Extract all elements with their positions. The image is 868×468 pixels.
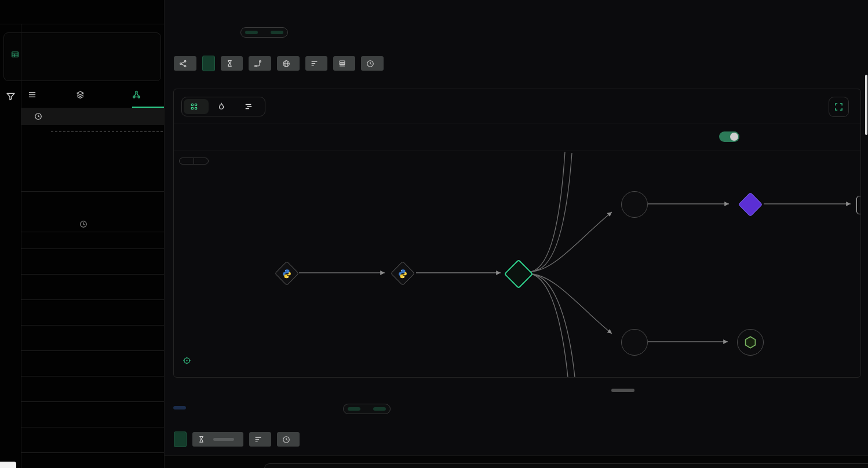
table-row[interactable] bbox=[21, 350, 164, 376]
clock-icon bbox=[366, 60, 374, 68]
main-content bbox=[165, 0, 868, 468]
table-row[interactable] bbox=[21, 401, 164, 427]
percentile-chip[interactable] bbox=[174, 432, 187, 447]
tab-logs[interactable] bbox=[28, 90, 41, 99]
legend-item[interactable] bbox=[23, 164, 33, 170]
graph-node-label[interactable] bbox=[237, 283, 335, 284]
view-card bbox=[3, 32, 161, 81]
table-row[interactable] bbox=[21, 452, 164, 468]
legend-swatch bbox=[155, 176, 162, 182]
status-badge bbox=[271, 31, 283, 34]
graph-node-label[interactable] bbox=[585, 353, 683, 354]
trace-meta-chips bbox=[174, 56, 384, 71]
route-icon bbox=[254, 60, 262, 68]
legend-swatch bbox=[23, 176, 30, 182]
graph-node-label[interactable] bbox=[585, 215, 683, 216]
duration-progress-chip[interactable] bbox=[192, 432, 243, 447]
span-summary-pill bbox=[240, 27, 288, 38]
hourglass-icon bbox=[226, 60, 234, 67]
clock-icon bbox=[282, 436, 290, 444]
percentile-chip[interactable] bbox=[202, 56, 215, 71]
legend-item[interactable] bbox=[126, 164, 136, 170]
duration-chart[interactable] bbox=[51, 128, 164, 145]
crosshair-icon bbox=[183, 356, 191, 365]
span-view-button[interactable] bbox=[180, 158, 194, 164]
clock-icon bbox=[79, 220, 87, 228]
graph-node-label[interactable] bbox=[701, 215, 799, 216]
scroll-notch bbox=[0, 462, 16, 468]
filter-icon[interactable] bbox=[6, 92, 16, 101]
graph-node-partial[interactable] bbox=[856, 196, 861, 214]
legend-swatch bbox=[23, 164, 30, 170]
table-icon bbox=[11, 50, 19, 58]
globe-icon bbox=[282, 60, 290, 68]
legend-item[interactable] bbox=[155, 176, 165, 182]
tracing-icon bbox=[132, 90, 141, 99]
graph-node-label[interactable] bbox=[701, 353, 799, 354]
root-chip[interactable] bbox=[174, 56, 196, 71]
table-row[interactable] bbox=[21, 325, 164, 351]
legend-swatch bbox=[90, 164, 96, 170]
trace-id-chip[interactable] bbox=[249, 56, 271, 71]
tab-tracing[interactable] bbox=[132, 90, 145, 99]
legend-item[interactable] bbox=[90, 176, 100, 182]
templates-icon bbox=[76, 90, 85, 99]
panel-resize-handle[interactable] bbox=[611, 389, 634, 392]
clock-icon bbox=[34, 112, 42, 120]
duration-progress-bar bbox=[213, 438, 234, 441]
sidebar-header bbox=[0, 0, 164, 24]
graph-node-label[interactable] bbox=[468, 285, 567, 286]
legend-item[interactable] bbox=[90, 164, 100, 170]
tab-templates[interactable] bbox=[76, 90, 89, 99]
python-icon bbox=[398, 269, 408, 279]
table-row[interactable] bbox=[21, 274, 164, 300]
status-badge bbox=[373, 407, 386, 411]
depth-chip[interactable] bbox=[333, 56, 355, 71]
divider bbox=[21, 191, 164, 192]
graph-node-label[interactable] bbox=[353, 283, 451, 284]
group-by-button[interactable] bbox=[183, 356, 196, 365]
scrollbar-thumb[interactable] bbox=[865, 75, 867, 135]
duration-chip[interactable] bbox=[221, 56, 243, 71]
table-row[interactable] bbox=[21, 299, 164, 326]
span-request-pill bbox=[343, 404, 391, 414]
graph-node-label[interactable] bbox=[809, 215, 861, 217]
share-icon bbox=[179, 60, 187, 68]
span-id-chip[interactable] bbox=[249, 432, 271, 447]
legend-swatch bbox=[90, 176, 96, 182]
spans-icon bbox=[254, 436, 262, 443]
graph-node-currencyservice[interactable] bbox=[737, 329, 764, 356]
bottom-panel-corner bbox=[264, 463, 868, 468]
sidebar-tabs bbox=[21, 86, 164, 108]
legend-swatch bbox=[126, 164, 132, 170]
table-row[interactable] bbox=[21, 228, 164, 249]
table-row[interactable] bbox=[21, 376, 164, 402]
services-chip[interactable] bbox=[277, 56, 300, 71]
timestamp-chip[interactable] bbox=[277, 432, 300, 447]
spans-chip[interactable] bbox=[305, 56, 327, 71]
graph-node-currency-frontend[interactable] bbox=[621, 329, 648, 356]
legend-item[interactable] bbox=[23, 176, 33, 182]
timestamp-chip[interactable] bbox=[361, 56, 384, 71]
hourglass-icon bbox=[198, 436, 205, 443]
spans-icon bbox=[311, 60, 318, 67]
sidebar bbox=[0, 0, 165, 468]
span-meta-chips bbox=[174, 432, 300, 447]
depth-icon bbox=[338, 60, 346, 67]
query-summary[interactable] bbox=[21, 108, 164, 125]
table-row[interactable] bbox=[21, 427, 164, 453]
method-badge bbox=[348, 407, 360, 411]
python-icon bbox=[282, 269, 292, 279]
direction-badge bbox=[173, 406, 186, 409]
graph-node-cart-frontend[interactable] bbox=[621, 191, 648, 218]
service-view-button[interactable] bbox=[194, 158, 208, 164]
logs-icon bbox=[28, 90, 37, 99]
trace-panel bbox=[173, 89, 861, 378]
view-switch bbox=[179, 158, 209, 164]
table-row[interactable] bbox=[21, 248, 164, 275]
method-badge bbox=[245, 31, 258, 34]
nodejs-icon bbox=[743, 335, 757, 349]
